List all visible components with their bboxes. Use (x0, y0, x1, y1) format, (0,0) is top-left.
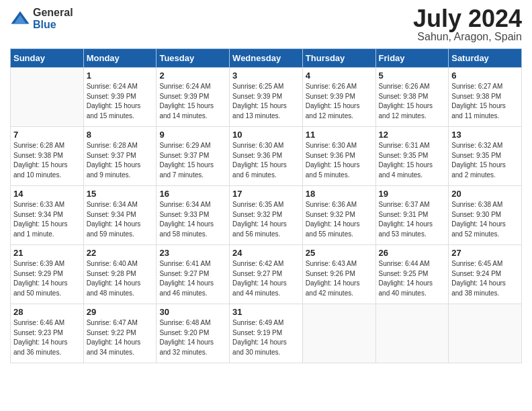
day-info: Sunrise: 6:28 AM Sunset: 9:38 PM Dayligh… (13, 141, 81, 180)
day-info: Sunrise: 6:47 AM Sunset: 9:22 PM Dayligh… (87, 318, 154, 357)
day-number: 14 (13, 189, 81, 199)
day-number: 7 (13, 130, 81, 140)
day-info: Sunrise: 6:27 AM Sunset: 9:38 PM Dayligh… (451, 82, 519, 121)
calendar-cell: 12Sunrise: 6:31 AM Sunset: 9:35 PM Dayli… (375, 127, 449, 186)
calendar-cell: 18Sunrise: 6:36 AM Sunset: 9:32 PM Dayli… (302, 186, 375, 245)
day-number: 21 (13, 248, 81, 258)
calendar-cell: 10Sunrise: 6:30 AM Sunset: 9:36 PM Dayli… (230, 127, 303, 186)
day-number: 18 (306, 189, 373, 199)
day-info: Sunrise: 6:34 AM Sunset: 9:34 PM Dayligh… (87, 200, 154, 239)
day-info: Sunrise: 6:26 AM Sunset: 9:38 PM Dayligh… (379, 82, 446, 121)
day-number: 23 (159, 248, 226, 258)
day-number: 3 (232, 71, 300, 81)
calendar-cell: 28Sunrise: 6:46 AM Sunset: 9:23 PM Dayli… (11, 304, 84, 363)
day-header-wednesday: Wednesday (230, 49, 303, 68)
calendar-cell: 14Sunrise: 6:33 AM Sunset: 9:34 PM Dayli… (11, 186, 84, 245)
day-number: 28 (13, 307, 81, 317)
calendar-cell: 3Sunrise: 6:25 AM Sunset: 9:39 PM Daylig… (230, 68, 303, 127)
day-header-friday: Friday (375, 49, 449, 68)
day-number: 11 (306, 130, 373, 140)
day-number: 17 (232, 189, 300, 199)
day-info: Sunrise: 6:30 AM Sunset: 9:36 PM Dayligh… (232, 141, 300, 180)
day-info: Sunrise: 6:44 AM Sunset: 9:25 PM Dayligh… (379, 259, 446, 298)
day-info: Sunrise: 6:30 AM Sunset: 9:36 PM Dayligh… (306, 141, 373, 180)
calendar-cell: 1Sunrise: 6:24 AM Sunset: 9:39 PM Daylig… (83, 68, 157, 127)
day-number: 13 (451, 130, 519, 140)
calendar-cell: 16Sunrise: 6:34 AM Sunset: 9:33 PM Dayli… (157, 186, 230, 245)
header: General Blue July 2024 Sahun, Aragon, Sp… (10, 7, 522, 43)
day-number: 12 (379, 130, 446, 140)
calendar-cell: 9Sunrise: 6:29 AM Sunset: 9:37 PM Daylig… (157, 127, 230, 186)
calendar-cell: 22Sunrise: 6:40 AM Sunset: 9:28 PM Dayli… (83, 245, 157, 304)
day-header-monday: Monday (83, 49, 157, 68)
day-info: Sunrise: 6:33 AM Sunset: 9:34 PM Dayligh… (13, 200, 81, 239)
calendar-cell: 30Sunrise: 6:48 AM Sunset: 9:20 PM Dayli… (157, 304, 230, 363)
calendar-cell: 31Sunrise: 6:49 AM Sunset: 9:19 PM Dayli… (230, 304, 303, 363)
day-number: 10 (232, 130, 300, 140)
day-info: Sunrise: 6:48 AM Sunset: 9:20 PM Dayligh… (159, 318, 226, 357)
day-number: 20 (451, 189, 519, 199)
calendar-cell: 25Sunrise: 6:43 AM Sunset: 9:26 PM Dayli… (302, 245, 375, 304)
day-info: Sunrise: 6:31 AM Sunset: 9:35 PM Dayligh… (379, 141, 446, 180)
day-info: Sunrise: 6:43 AM Sunset: 9:26 PM Dayligh… (306, 259, 373, 298)
day-info: Sunrise: 6:49 AM Sunset: 9:19 PM Dayligh… (232, 318, 300, 357)
calendar-cell (11, 68, 84, 127)
calendar-cell (302, 304, 375, 363)
day-number: 2 (159, 71, 226, 81)
location-title: Sahun, Aragon, Spain (413, 31, 522, 43)
calendar-table: SundayMondayTuesdayWednesdayThursdayFrid… (10, 48, 522, 363)
day-info: Sunrise: 6:45 AM Sunset: 9:24 PM Dayligh… (451, 259, 519, 298)
day-info: Sunrise: 6:37 AM Sunset: 9:31 PM Dayligh… (379, 200, 446, 239)
day-info: Sunrise: 6:29 AM Sunset: 9:37 PM Dayligh… (159, 141, 226, 180)
calendar-cell: 11Sunrise: 6:30 AM Sunset: 9:36 PM Dayli… (302, 127, 375, 186)
day-number: 5 (379, 71, 446, 81)
day-info: Sunrise: 6:35 AM Sunset: 9:32 PM Dayligh… (232, 200, 300, 239)
calendar-cell: 5Sunrise: 6:26 AM Sunset: 9:38 PM Daylig… (375, 68, 449, 127)
calendar-cell: 15Sunrise: 6:34 AM Sunset: 9:34 PM Dayli… (83, 186, 157, 245)
calendar-cell (375, 304, 449, 363)
logo-general: General (33, 7, 73, 18)
day-info: Sunrise: 6:26 AM Sunset: 9:39 PM Dayligh… (306, 82, 373, 121)
calendar-cell: 7Sunrise: 6:28 AM Sunset: 9:38 PM Daylig… (11, 127, 84, 186)
day-number: 1 (87, 71, 154, 81)
day-number: 24 (232, 248, 300, 258)
day-info: Sunrise: 6:38 AM Sunset: 9:30 PM Dayligh… (451, 200, 519, 239)
day-number: 26 (379, 248, 446, 258)
day-number: 29 (87, 307, 154, 317)
calendar-cell: 8Sunrise: 6:28 AM Sunset: 9:37 PM Daylig… (83, 127, 157, 186)
day-info: Sunrise: 6:32 AM Sunset: 9:35 PM Dayligh… (451, 141, 519, 180)
calendar-cell (449, 304, 522, 363)
day-info: Sunrise: 6:39 AM Sunset: 9:29 PM Dayligh… (13, 259, 81, 298)
day-header-thursday: Thursday (302, 49, 375, 68)
calendar-cell: 13Sunrise: 6:32 AM Sunset: 9:35 PM Dayli… (449, 127, 522, 186)
title-block: July 2024 Sahun, Aragon, Spain (413, 7, 522, 43)
day-number: 25 (306, 248, 373, 258)
day-number: 16 (159, 189, 226, 199)
day-info: Sunrise: 6:28 AM Sunset: 9:37 PM Dayligh… (87, 141, 154, 180)
calendar-cell: 4Sunrise: 6:26 AM Sunset: 9:39 PM Daylig… (302, 68, 375, 127)
calendar-cell: 24Sunrise: 6:42 AM Sunset: 9:27 PM Dayli… (230, 245, 303, 304)
day-number: 6 (451, 71, 519, 81)
day-info: Sunrise: 6:42 AM Sunset: 9:27 PM Dayligh… (232, 259, 300, 298)
calendar-cell: 17Sunrise: 6:35 AM Sunset: 9:32 PM Dayli… (230, 186, 303, 245)
calendar-cell: 19Sunrise: 6:37 AM Sunset: 9:31 PM Dayli… (375, 186, 449, 245)
logo-text: General Blue (33, 7, 73, 31)
logo-blue: Blue (33, 19, 56, 30)
day-info: Sunrise: 6:24 AM Sunset: 9:39 PM Dayligh… (87, 82, 154, 121)
calendar-week-row: 7Sunrise: 6:28 AM Sunset: 9:38 PM Daylig… (11, 127, 522, 186)
day-info: Sunrise: 6:24 AM Sunset: 9:39 PM Dayligh… (159, 82, 226, 121)
calendar-cell: 21Sunrise: 6:39 AM Sunset: 9:29 PM Dayli… (11, 245, 84, 304)
day-number: 4 (306, 71, 373, 81)
calendar-week-row: 14Sunrise: 6:33 AM Sunset: 9:34 PM Dayli… (11, 186, 522, 245)
day-number: 31 (232, 307, 300, 317)
day-number: 8 (87, 130, 154, 140)
day-info: Sunrise: 6:41 AM Sunset: 9:27 PM Dayligh… (159, 259, 226, 298)
day-number: 27 (451, 248, 519, 258)
calendar-header: SundayMondayTuesdayWednesdayThursdayFrid… (11, 49, 522, 68)
day-info: Sunrise: 6:36 AM Sunset: 9:32 PM Dayligh… (306, 200, 373, 239)
day-info: Sunrise: 6:40 AM Sunset: 9:28 PM Dayligh… (87, 259, 154, 298)
day-number: 15 (87, 189, 154, 199)
calendar-cell: 20Sunrise: 6:38 AM Sunset: 9:30 PM Dayli… (449, 186, 522, 245)
day-number: 22 (87, 248, 154, 258)
day-header-tuesday: Tuesday (157, 49, 230, 68)
